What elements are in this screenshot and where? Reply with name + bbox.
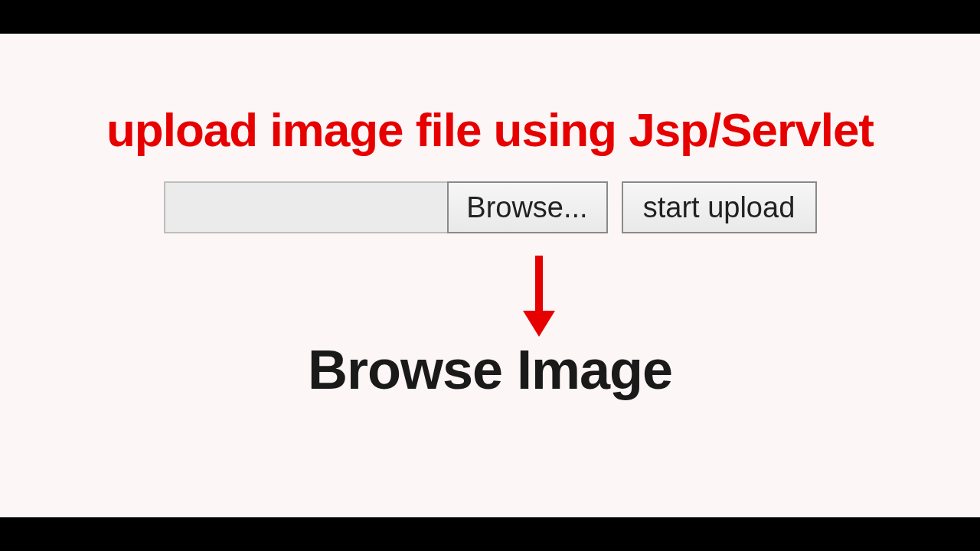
letterbox-bottom bbox=[0, 517, 980, 551]
page-title: upload image file using Jsp/Servlet bbox=[0, 103, 980, 157]
browse-button[interactable]: Browse... bbox=[447, 181, 608, 233]
down-arrow-icon bbox=[523, 256, 554, 340]
page-content: upload image file using Jsp/Servlet Brow… bbox=[0, 34, 980, 517]
file-input-group: Browse... bbox=[164, 181, 608, 233]
letterbox-top bbox=[0, 0, 980, 34]
start-upload-button[interactable]: start upload bbox=[622, 181, 817, 233]
annotation-subtitle: Browse Image bbox=[0, 338, 980, 401]
upload-form-row: Browse... start upload bbox=[0, 181, 980, 233]
file-path-input[interactable] bbox=[164, 181, 447, 233]
